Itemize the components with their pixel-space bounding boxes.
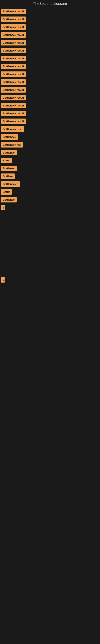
bottleneck-item: Bottlenec (0, 196, 100, 204)
bottleneck-item: Bottlenec (0, 149, 100, 156)
bottleneck-item: Bottleneck result (0, 86, 100, 94)
bottleneck-badge[interactable]: Bottlenec (1, 166, 17, 171)
bottleneck-item (0, 284, 100, 304)
bottleneck-item: Bottleneck result (0, 23, 100, 31)
bottleneck-badge[interactable]: Bottleneck result (1, 24, 26, 30)
bottleneck-item: Bottleneck result (0, 39, 100, 47)
bottleneck-item: Bottleneck result (0, 47, 100, 54)
bottleneck-item (0, 260, 100, 276)
bottleneck-badge[interactable]: Bottle (1, 189, 12, 194)
bottleneck-item: Bottle (0, 188, 100, 196)
bottleneck-item: Bottleneck result (0, 94, 100, 102)
bottleneck-badge[interactable]: Bottleneck result (1, 87, 26, 92)
bottleneck-badge[interactable]: Bottleneck result (1, 64, 26, 69)
bottleneck-badge[interactable]: Bottleneck result (1, 40, 26, 46)
bottleneck-badge[interactable]: Bottleneck result (1, 48, 26, 53)
bottleneck-badge[interactable]: Bottleneck (1, 134, 18, 140)
bottleneck-item: Bottleneck (0, 133, 100, 141)
bottleneck-badge[interactable]: Bottleneck result (1, 9, 26, 14)
bottleneck-badge[interactable]: B (1, 205, 5, 210)
bottleneck-item: B (0, 204, 100, 212)
bottleneck-item (0, 344, 100, 364)
bottleneck-badge[interactable]: Bottleneck result (1, 103, 26, 108)
bottleneck-badge[interactable]: B (1, 277, 5, 282)
bottleneck-badge[interactable]: Bottleneck result (1, 56, 26, 61)
bottleneck-badge[interactable]: Bottleneck res (1, 142, 23, 148)
bottleneck-item (0, 244, 100, 260)
bottleneck-badge[interactable]: Bottleneck result (1, 95, 26, 100)
bottleneck-item: Bottleneck result (0, 15, 100, 23)
bottleneck-badge[interactable]: Bottleneck result (1, 111, 26, 116)
bottleneck-item (0, 304, 100, 324)
bottleneck-item: Bottleneck res (0, 141, 100, 149)
page-wrapper: TheBottlenecker.com Bottleneck resultBot… (0, 0, 100, 384)
bottleneck-badge[interactable]: Bottleneck resu (1, 126, 24, 132)
bottleneck-badge[interactable]: Bottleneck result (1, 32, 26, 38)
bottleneck-item: Bottleneck result (0, 8, 100, 15)
bottleneck-item: Bottleneck result (0, 31, 100, 39)
bottleneck-item: Bottlene (0, 172, 100, 180)
bottleneck-item (0, 212, 100, 228)
bottleneck-item: B (0, 276, 100, 284)
bottleneck-item: Bottleneck result (0, 78, 100, 86)
bottleneck-badge[interactable]: Bottle (1, 158, 12, 163)
bottleneck-item: Bottlenec (0, 164, 100, 172)
bottleneck-item (0, 324, 100, 344)
bottleneck-item: Bottleneck result (0, 54, 100, 62)
bottleneck-item (0, 364, 100, 384)
bottleneck-badge[interactable]: Bottlenec (1, 197, 17, 202)
site-title: TheBottlenecker.com (0, 0, 100, 8)
bottleneck-badge[interactable]: Bottleneck result (1, 118, 26, 124)
bottleneck-item: Bottleneck result (0, 117, 100, 125)
items-list: Bottleneck resultBottleneck resultBottle… (0, 8, 100, 384)
bottleneck-badge[interactable]: Bottleneck r (1, 181, 20, 187)
bottleneck-item: Bottleneck result (0, 62, 100, 70)
bottleneck-badge[interactable]: Bottleneck result (1, 72, 26, 77)
bottleneck-item: Bottleneck r (0, 180, 100, 188)
bottleneck-item: Bottleneck resu (0, 125, 100, 133)
bottleneck-item (0, 228, 100, 244)
bottleneck-badge[interactable]: Bottlenec (1, 150, 17, 155)
bottleneck-badge[interactable]: Bottleneck result (1, 79, 26, 85)
bottleneck-item: Bottleneck result (0, 102, 100, 110)
bottleneck-item: Bottle (0, 156, 100, 164)
bottleneck-badge[interactable]: Bottlene (1, 174, 15, 179)
bottleneck-badge[interactable]: Bottleneck result (1, 16, 26, 22)
bottleneck-item: Bottleneck result (0, 110, 100, 117)
bottleneck-item: Bottleneck result (0, 70, 100, 78)
